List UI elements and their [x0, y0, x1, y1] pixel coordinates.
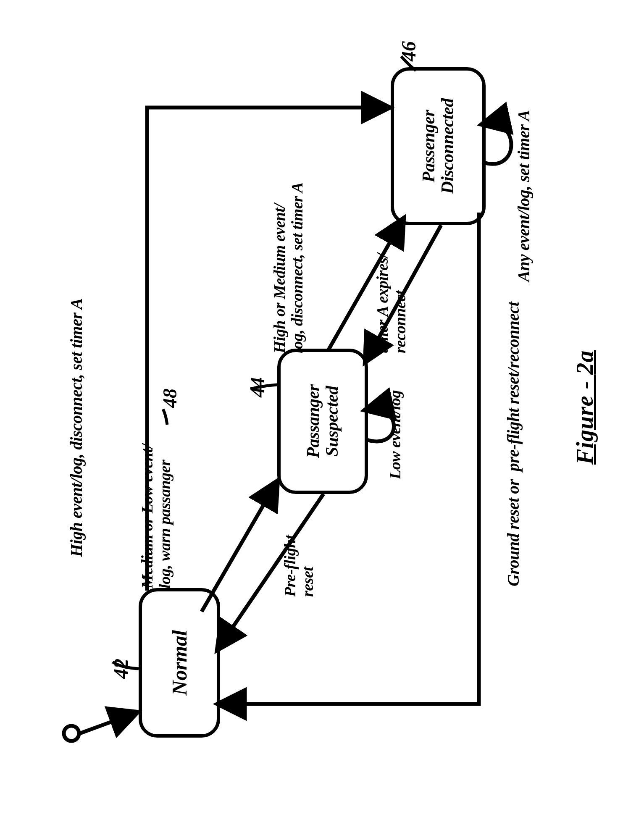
connector-layer: [0, 0, 644, 830]
svg-point-0: [64, 726, 79, 741]
edge-disconnected-self: [482, 123, 511, 164]
edge-disconnected-to-normal: [218, 213, 479, 704]
edge-normal-to-disconnected: [147, 108, 389, 591]
edge-normal-to-suspected: [202, 481, 277, 612]
edge-suspected-to-disconnected: [328, 219, 403, 351]
edge-suspected-self: [365, 409, 394, 441]
svg-line-1: [80, 712, 137, 733]
edge-suspected-to-normal: [218, 494, 323, 649]
edge-disconnected-to-suspected: [365, 225, 441, 362]
state-diagram: Normal 42 Passanger Suspected 44 Passeng…: [0, 0, 644, 830]
initial-pseudostate-icon: [64, 712, 137, 741]
